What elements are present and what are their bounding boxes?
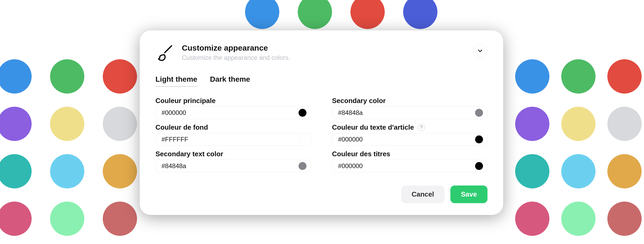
label-primary-color: Couleur principale (155, 97, 216, 105)
palette-dot (515, 107, 549, 141)
help-icon[interactable]: ? (418, 124, 425, 131)
palette-dot (561, 107, 596, 141)
palette-dot (50, 107, 84, 141)
palette-dot (103, 107, 137, 141)
input-bg-color[interactable] (155, 133, 311, 146)
palette-dot (515, 59, 549, 94)
palette-dot (0, 59, 32, 94)
input-secondary-text-color-text[interactable] (162, 162, 299, 170)
palette-dot (103, 154, 137, 188)
palette-dot (103, 59, 137, 94)
label-secondary-text-color: Secondary text color (155, 150, 223, 158)
input-article-text-color[interactable] (332, 133, 487, 146)
fields-grid: Couleur principale Secondary color Coule… (155, 97, 487, 174)
swatch-secondary[interactable] (475, 109, 483, 117)
input-secondary-color-text[interactable] (338, 109, 475, 116)
palette-dot (607, 59, 642, 94)
palette-dot (561, 202, 596, 236)
brush-icon (155, 43, 174, 62)
field-secondary-text-color: Secondary text color (155, 150, 311, 172)
input-primary-color-text[interactable] (162, 109, 299, 116)
card-title: Customize appearance (182, 43, 465, 52)
collapse-button[interactable] (473, 43, 487, 58)
input-titles-color-text[interactable] (338, 162, 475, 170)
swatch-bg[interactable] (299, 135, 306, 143)
palette-dot (245, 0, 279, 29)
palette-dot (561, 59, 596, 94)
palette-dot (607, 107, 642, 141)
palette-dot (515, 154, 549, 188)
palette-dot (0, 154, 32, 188)
field-primary-color: Couleur principale (155, 97, 311, 119)
input-titles-color[interactable] (332, 160, 487, 172)
palette-dot (607, 154, 642, 188)
save-button[interactable]: Save (450, 186, 487, 203)
palette-dot (561, 154, 596, 188)
input-primary-color[interactable] (155, 106, 311, 119)
input-secondary-text-color[interactable] (155, 160, 311, 172)
palette-dot (50, 202, 84, 236)
palette-dot (50, 154, 84, 188)
input-secondary-color[interactable] (332, 106, 487, 119)
palette-dot (515, 202, 549, 236)
swatch-titles[interactable] (475, 162, 483, 170)
chevron-down-icon (477, 47, 484, 54)
palette-dot (298, 0, 332, 29)
palette-dot (0, 107, 32, 141)
palette-dot (50, 59, 84, 94)
tab-light-theme[interactable]: Light theme (155, 75, 197, 87)
palette-dot (350, 0, 385, 29)
label-titles-color: Couleur des titres (332, 150, 390, 158)
swatch-primary[interactable] (299, 109, 306, 117)
appearance-card: Customize appearance Customize the appea… (140, 30, 503, 215)
palette-dot (607, 202, 642, 236)
card-subtitle: Customize the appearance and colors. (182, 54, 465, 61)
swatch-article[interactable] (475, 135, 483, 143)
palette-dot (103, 202, 137, 236)
card-header: Customize appearance Customize the appea… (155, 43, 487, 62)
label-article-text-color: Couleur du texte d'article (332, 123, 414, 131)
input-article-text-color-text[interactable] (338, 136, 475, 143)
theme-tabs: Light theme Dark theme (155, 75, 487, 87)
palette-dot (0, 202, 32, 236)
palette-dot (403, 0, 437, 29)
cancel-button[interactable]: Cancel (401, 186, 445, 203)
label-secondary-color: Secondary color (332, 97, 386, 105)
label-bg-color: Couleur de fond (155, 123, 208, 131)
tab-dark-theme[interactable]: Dark theme (210, 75, 250, 87)
field-titles-color: Couleur des titres (332, 150, 487, 172)
input-bg-color-text[interactable] (162, 136, 299, 143)
field-article-text-color: Couleur du texte d'article ? (332, 123, 487, 146)
field-secondary-color: Secondary color (332, 97, 487, 119)
card-footer: Cancel Save (155, 186, 487, 203)
field-bg-color: Couleur de fond (155, 123, 311, 146)
swatch-sectext[interactable] (299, 162, 306, 170)
